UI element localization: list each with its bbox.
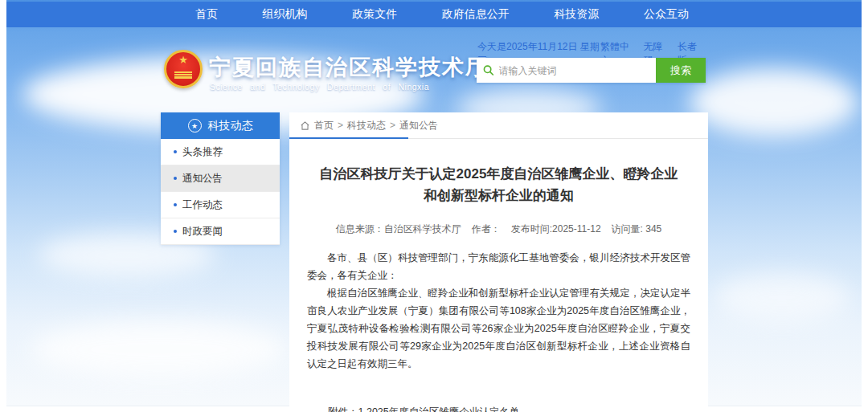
nav-item-public-interaction[interactable]: 公众互动 xyxy=(644,7,689,22)
meta-publish-date: 发布时间:2025-11-12 xyxy=(511,222,601,236)
breadcrumb-notices[interactable]: 通知公告 xyxy=(399,119,438,133)
home-icon xyxy=(300,120,310,131)
sidebar-item-label: 头条推荐 xyxy=(182,145,223,159)
page: 首页 组织机构 政策文件 政府信息公开 科技资源 公众互动 ★ 宁夏回族自治区科… xyxy=(0,0,868,412)
cloud-decoration xyxy=(31,321,288,377)
search-icon xyxy=(483,64,494,76)
search-input[interactable] xyxy=(499,65,649,76)
article-paragraph: 各市、县（区）科技管理部门，宁东能源化工基地管委会，银川经济技术开发区管委会，各… xyxy=(307,249,690,284)
article-paragraph: 根据自治区雏鹰企业、瞪羚企业和创新型标杆企业认定管理有关规定，决定认定半亩良人农… xyxy=(307,284,690,373)
main-content-panel: 首页 > 科技动态 > 通知公告 自治区科技厅关于认定2025年度自治区雏鹰企业… xyxy=(289,112,708,412)
sidebar-item-notices[interactable]: 通知公告 xyxy=(161,165,280,192)
breadcrumb-separator: > xyxy=(338,120,343,131)
national-emblem-logo: ★ xyxy=(164,50,203,88)
cloud-decoration xyxy=(690,68,858,137)
meta-author: 作者： xyxy=(472,222,501,236)
nav-item-gov-info-disclosure[interactable]: 政府信息公开 xyxy=(442,7,510,22)
sidebar-item-label: 时政要闻 xyxy=(182,225,223,239)
search-button[interactable]: 搜索 xyxy=(656,58,706,83)
top-nav: 首页 组织机构 政策文件 政府信息公开 科技资源 公众互动 xyxy=(6,2,862,27)
sidebar-item-headline-recommend[interactable]: 头条推荐 xyxy=(161,139,280,165)
nav-item-organization[interactable]: 组织机构 xyxy=(263,7,308,22)
attachments-label: 附件： xyxy=(328,402,358,412)
breadcrumb-sci-tech-news[interactable]: 科技动态 xyxy=(347,119,386,133)
emblem-gate-icon xyxy=(174,71,192,79)
site-subtitle: Science and Technology Department of Nin… xyxy=(210,82,443,92)
article-meta-row: 信息来源：自治区科学技术厅 作者： 发布时间:2025-11-12 访问量: 3… xyxy=(307,222,690,236)
meta-source: 信息来源：自治区科学技术厅 xyxy=(336,222,461,236)
article: 自治区科技厅关于认定2025年度自治区雏鹰企业、瞪羚企业 和创新型标杆企业的通知… xyxy=(289,163,708,412)
sidebar-item-label: 通知公告 xyxy=(182,172,223,186)
breadcrumb-home[interactable]: 首页 xyxy=(314,119,334,133)
cloud-decoration xyxy=(714,273,850,321)
nav-item-home[interactable]: 首页 xyxy=(195,7,218,22)
site-title[interactable]: 宁夏回族自治区科学技术厅 xyxy=(209,53,489,82)
article-title-line1: 自治区科技厅关于认定2025年度自治区雏鹰企业、瞪羚企业 xyxy=(307,163,690,185)
nav-item-policy-documents[interactable]: 政策文件 xyxy=(352,7,397,22)
article-body: 各市、县（区）科技管理部门，宁东能源化工基地管委会，银川经济技术开发区管委会，各… xyxy=(307,249,690,373)
meta-visit-count: 访问量: 345 xyxy=(612,222,662,236)
star-circle-icon: ★ xyxy=(188,119,202,133)
sidebar-title: 科技动态 xyxy=(208,119,253,133)
attachment-link-1[interactable]: 1.2025年度自治区雏鹰企业认定名单 xyxy=(358,402,550,412)
article-title: 自治区科技厅关于认定2025年度自治区雏鹰企业、瞪羚企业 和创新型标杆企业的通知 xyxy=(307,163,690,206)
search-bar: 搜索 xyxy=(477,58,706,83)
emblem-star-icon: ★ xyxy=(166,55,200,65)
breadcrumb-separator: > xyxy=(390,120,395,131)
search-input-wrap xyxy=(477,58,656,83)
breadcrumb: 首页 > 科技动态 > 通知公告 xyxy=(289,112,708,139)
article-title-line2: 和创新型标杆企业的通知 xyxy=(307,185,690,206)
sidebar-item-political-news[interactable]: 时政要闻 xyxy=(161,218,280,245)
attachments-list: 1.2025年度自治区雏鹰企业认定名单 2.2025年度自治区瞪羚企业认定名单 … xyxy=(358,402,550,412)
sidebar: ★ 科技动态 头条推荐 通知公告 工作动态 时政要闻 xyxy=(161,112,280,245)
attachments-block: 附件： 1.2025年度自治区雏鹰企业认定名单 2.2025年度自治区瞪羚企业认… xyxy=(307,402,690,412)
sidebar-header: ★ 科技动态 xyxy=(161,112,280,139)
sidebar-item-label: 工作动态 xyxy=(182,198,223,212)
nav-item-sci-tech-resources[interactable]: 科技资源 xyxy=(554,7,599,22)
sidebar-item-work-dynamics[interactable]: 工作动态 xyxy=(161,192,280,218)
